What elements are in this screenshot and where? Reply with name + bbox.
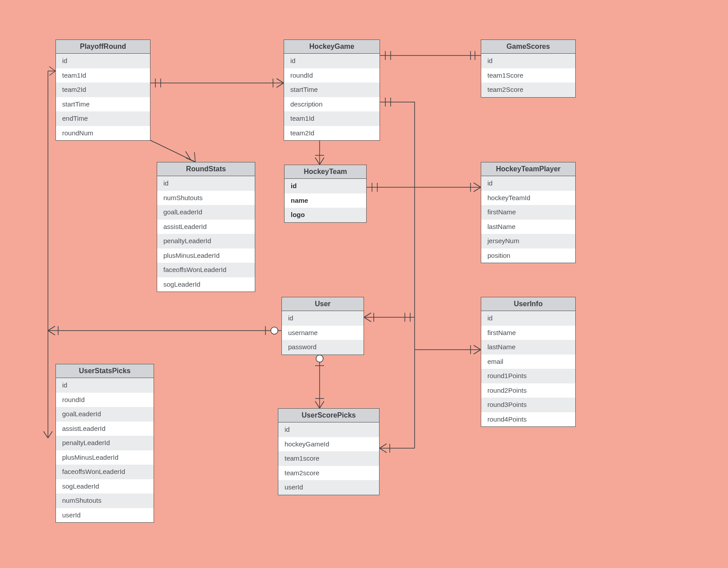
field: plusMinusLeaderId	[56, 450, 154, 465]
field: team1Id	[284, 111, 380, 126]
field: name	[285, 193, 366, 208]
entity-body: id name logo	[285, 179, 366, 222]
field: assistLeaderId	[56, 422, 154, 436]
field: password	[282, 340, 364, 355]
field: startTime	[56, 97, 150, 112]
entity-body: id firstName lastName email round1Points…	[481, 311, 575, 426]
svg-point-30	[271, 327, 278, 334]
field: hockeyGameId	[278, 437, 379, 452]
field: team1Id	[56, 68, 150, 83]
entity-GameScores: GameScores id team1Score team2Score	[481, 39, 576, 98]
entity-body: id roundId goalLeaderId assistLeaderId p…	[56, 378, 154, 522]
field: firstName	[481, 205, 575, 220]
entity-HockeyGame: HockeyGame id roundId startTime descript…	[284, 39, 380, 141]
field: id	[282, 311, 364, 326]
field: id	[278, 422, 379, 437]
field: id	[157, 176, 255, 191]
field: id	[481, 176, 575, 191]
field: userId	[56, 508, 154, 523]
field: id	[56, 378, 154, 393]
field: id	[481, 54, 575, 68]
entity-PlayoffRound: PlayoffRound id team1Id team2Id startTim…	[55, 39, 150, 141]
field: id	[284, 54, 380, 68]
field: id	[285, 179, 366, 193]
field: jerseyNum	[481, 234, 575, 248]
field: id	[56, 54, 150, 68]
entity-body: id numShutouts goalLeaderId assistLeader…	[157, 176, 255, 292]
field: lastName	[481, 220, 575, 234]
field: team1score	[278, 451, 379, 466]
entity-body: id team1Id team2Id startTime endTime rou…	[56, 54, 150, 140]
field: email	[481, 355, 575, 369]
field: goalLeaderId	[157, 205, 255, 220]
entity-body: id hockeyGameId team1score team2score us…	[278, 422, 379, 495]
field: team2Id	[284, 126, 380, 141]
field: round4Points	[481, 412, 575, 427]
field: description	[284, 97, 380, 112]
entity-title: UserInfo	[481, 297, 575, 311]
field: roundId	[284, 68, 380, 83]
svg-point-37	[316, 355, 323, 362]
field: team2Score	[481, 83, 575, 97]
field: position	[481, 248, 575, 263]
field: round2Points	[481, 383, 575, 398]
entity-UserInfo: UserInfo id firstName lastName email rou…	[481, 297, 576, 427]
field: team2Id	[56, 83, 150, 97]
field: lastName	[481, 340, 575, 355]
field: sogLeaderId	[157, 277, 255, 292]
entity-RoundStats: RoundStats id numShutouts goalLeaderId a…	[157, 162, 255, 292]
entity-title: HockeyGame	[284, 40, 380, 54]
entity-UserStatsPicks: UserStatsPicks id roundId goalLeaderId a…	[55, 364, 154, 523]
field: team2score	[278, 466, 379, 481]
entity-title: HockeyTeam	[285, 165, 366, 179]
field: goalLeaderId	[56, 407, 154, 422]
field: assistLeaderId	[157, 220, 255, 234]
entity-title: UserStatsPicks	[56, 364, 154, 378]
field: numShutouts	[157, 191, 255, 205]
svg-line-11	[186, 151, 190, 159]
field: roundId	[56, 393, 154, 407]
entity-title: GameScores	[481, 40, 575, 54]
entity-body: id hockeyTeamId firstName lastName jerse…	[481, 176, 575, 263]
entity-title: RoundStats	[157, 162, 255, 176]
field: startTime	[284, 83, 380, 97]
field: team1Score	[481, 68, 575, 83]
entity-User: User id username password	[281, 297, 364, 355]
field: id	[481, 311, 575, 326]
entity-HockeyTeamPlayer: HockeyTeamPlayer id hockeyTeamId firstNa…	[481, 162, 576, 263]
entity-body: id username password	[282, 311, 364, 355]
field: hockeyTeamId	[481, 191, 575, 205]
field: penaltyLeaderId	[56, 436, 154, 450]
field: faceoffsWonLeaderId	[157, 263, 255, 277]
entity-body: id team1Score team2Score	[481, 54, 575, 97]
field: sogLeaderId	[56, 479, 154, 494]
field: plusMinusLeaderId	[157, 248, 255, 263]
field: faceoffsWonLeaderId	[56, 465, 154, 479]
entity-title: HockeyTeamPlayer	[481, 162, 575, 176]
entity-HockeyTeam: HockeyTeam id name logo	[284, 165, 367, 223]
entity-title: UserScorePicks	[278, 409, 379, 422]
field: endTime	[56, 111, 150, 126]
field: logo	[285, 208, 366, 222]
field: firstName	[481, 326, 575, 340]
field: roundNum	[56, 126, 150, 141]
field: username	[282, 326, 364, 340]
entity-UserScorePicks: UserScorePicks id hockeyGameId team1scor…	[278, 408, 380, 495]
entity-title: PlayoffRound	[56, 40, 150, 54]
field: userId	[278, 480, 379, 495]
entity-body: id roundId startTime description team1Id…	[284, 54, 380, 140]
field: round3Points	[481, 398, 575, 412]
field: round1Points	[481, 369, 575, 383]
entity-title: User	[282, 297, 364, 311]
field: penaltyLeaderId	[157, 234, 255, 248]
field: numShutouts	[56, 493, 154, 508]
